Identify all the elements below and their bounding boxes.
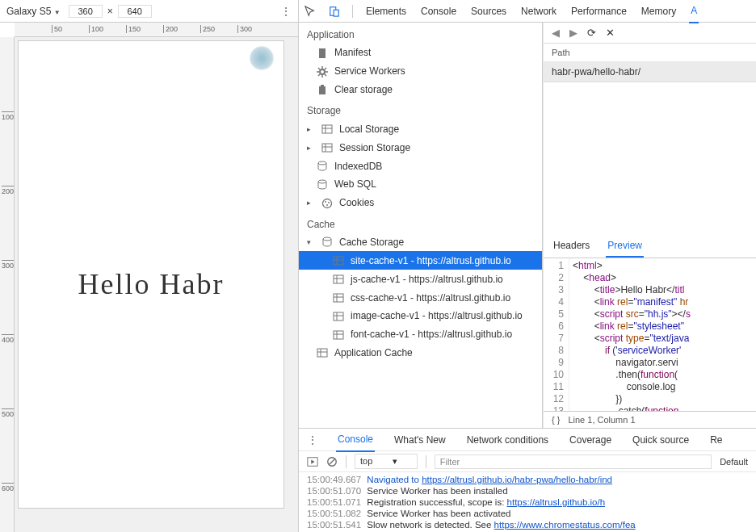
refresh-icon[interactable]: ⟳ [587, 27, 596, 39]
sidebar-item[interactable]: Application Cache [299, 344, 542, 362]
svg-point-11 [318, 180, 326, 183]
braces-icon[interactable]: { } [552, 415, 560, 425]
page-heading: Hello Habr [19, 267, 284, 301]
grid-icon [333, 310, 344, 322]
sidebar-item[interactable]: Cache Storage [299, 233, 542, 252]
sidebar-item[interactable]: IndexedDB [299, 157, 542, 175]
console-filter-bar: top ▾ Filter Default [299, 451, 756, 472]
devtools-area: Elements Console Sources Network Perform… [299, 0, 756, 532]
path-header: Path [544, 44, 756, 62]
device-toggle-icon[interactable] [328, 5, 341, 17]
viewport: Hello Habr [15, 37, 298, 532]
console-drawer: ⋮ ConsoleWhat's NewNetwork conditionsCov… [299, 428, 756, 532]
tab-preview[interactable]: Preview [606, 235, 644, 258]
sidebar-item[interactable]: css-cache-v1 - https://altrusl.github.io [299, 288, 542, 307]
sidebar-item[interactable]: Service Workers [299, 62, 542, 81]
detail-subtabs: Headers Preview [544, 235, 756, 258]
svg-rect-26 [334, 312, 343, 320]
trash-icon [317, 84, 328, 96]
tab-console[interactable]: Console [419, 0, 458, 23]
tab-memory[interactable]: Memory [640, 0, 678, 23]
svg-rect-29 [334, 331, 343, 339]
log-levels[interactable]: Default [720, 457, 748, 467]
habr-logo-icon [250, 46, 274, 70]
svg-rect-7 [322, 144, 332, 152]
device-toolbar: Galaxy S5 ▼ 360 × 640 ⋮ [0, 0, 298, 23]
grid-icon [321, 141, 333, 153]
application-sidebar: ApplicationManifestService WorkersClear … [299, 23, 543, 428]
db-icon [317, 160, 328, 172]
db-icon [317, 178, 328, 191]
sidebar-item[interactable]: Clear storage [299, 81, 542, 99]
clear-console-icon[interactable] [326, 455, 338, 467]
svg-rect-17 [334, 257, 343, 265]
sidebar-item[interactable]: Manifest [299, 44, 542, 62]
grid-icon [321, 123, 333, 135]
drawer-tab[interactable]: What's New [393, 429, 447, 451]
tab-elements[interactable]: Elements [364, 0, 408, 23]
sidebar-item[interactable]: Local Storage [299, 119, 542, 138]
path-value[interactable]: habr-pwa/hello-habr/ [544, 62, 756, 82]
tab-a[interactable]: A [689, 0, 699, 23]
grid-icon [333, 329, 344, 341]
kebab-menu-icon[interactable]: ⋮ [280, 5, 292, 18]
filter-input[interactable]: Filter [435, 455, 712, 469]
tab-headers[interactable]: Headers [552, 235, 591, 258]
drawer-tab[interactable]: Console [336, 428, 375, 452]
ruler-horizontal: 50100150200250300 [15, 23, 298, 37]
inspect-icon[interactable] [304, 5, 317, 17]
svg-point-16 [323, 237, 331, 241]
svg-point-14 [328, 202, 330, 203]
device-frame[interactable]: Hello Habr [18, 40, 284, 509]
detail-navbar: ◀ ▶ ⟳ ✕ [544, 23, 756, 44]
grid-icon [317, 347, 328, 359]
grid-icon [333, 291, 344, 304]
code-preview[interactable]: 1234567891011121314 <html> <head> <title… [544, 258, 756, 411]
nav-forward-icon[interactable]: ▶ [569, 27, 578, 39]
sidebar-item[interactable]: font-cache-v1 - https://altrusl.github.i… [299, 325, 542, 344]
svg-point-12 [323, 199, 332, 207]
device-width[interactable]: 360 [69, 5, 103, 18]
drawer-tab[interactable]: Network conditions [465, 429, 550, 451]
log-entry: 15:00:51.541 Slow network is detected. S… [299, 519, 756, 530]
device-height[interactable]: 640 [118, 5, 152, 18]
console-log[interactable]: 15:00:49.667 Navigated to https://altrus… [299, 472, 756, 532]
console-tabbar: ⋮ ConsoleWhat's NewNetwork conditionsCov… [299, 429, 756, 451]
svg-point-13 [325, 201, 326, 203]
devtools-tabbar: Elements Console Sources Network Perform… [299, 0, 756, 23]
play-icon[interactable] [307, 455, 318, 467]
tab-performance[interactable]: Performance [569, 0, 628, 23]
status-bar: { } Line 1, Column 1 [544, 411, 756, 428]
db-icon [321, 237, 333, 249]
svg-rect-1 [334, 10, 338, 16]
doc-icon [317, 47, 328, 59]
device-name[interactable]: Galaxy S5 ▼ [6, 6, 61, 17]
drawer-tab[interactable]: Quick source [631, 429, 691, 451]
log-entry: 15:00:51.082 Service Worker has been act… [299, 508, 756, 519]
svg-rect-4 [322, 125, 332, 133]
detail-pane: ◀ ▶ ⟳ ✕ Path habr-pwa/hello-habr/ Header… [543, 23, 756, 428]
sidebar-item[interactable]: Web SQL [299, 175, 542, 194]
nav-back-icon[interactable]: ◀ [552, 27, 560, 39]
close-icon[interactable]: ✕ [606, 27, 615, 39]
drawer-tab[interactable]: Coverage [568, 429, 613, 451]
sidebar-item[interactable]: js-cache-v1 - https://altrusl.github.io [299, 270, 542, 288]
drawer-tab[interactable]: Re [708, 429, 724, 451]
svg-rect-32 [317, 349, 327, 357]
tab-sources[interactable]: Sources [469, 0, 508, 23]
sidebar-item[interactable]: Session Storage [299, 138, 542, 157]
sidebar-item[interactable]: Cookies [299, 194, 542, 212]
svg-line-37 [330, 459, 335, 464]
svg-point-3 [320, 69, 325, 74]
log-entry: 15:00:49.667 Navigated to https://altrus… [299, 474, 756, 485]
grid-icon [333, 254, 344, 266]
sidebar-item[interactable]: image-cache-v1 - https://altrusl.github.… [299, 307, 542, 325]
cookie-icon [321, 197, 333, 209]
drawer-menu-icon[interactable]: ⋮ [307, 434, 318, 446]
grid-icon [333, 273, 344, 285]
svg-point-10 [318, 161, 326, 165]
context-selector[interactable]: top ▾ [355, 454, 418, 469]
svg-rect-20 [334, 275, 343, 283]
sidebar-item[interactable]: site-cache-v1 - https://altrusl.github.i… [299, 251, 542, 270]
tab-network[interactable]: Network [519, 0, 558, 23]
